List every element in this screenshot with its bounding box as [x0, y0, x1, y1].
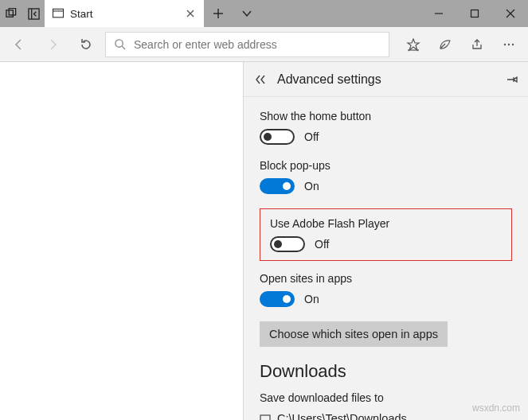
- pin-icon[interactable]: [506, 73, 518, 86]
- tab-preview-icon[interactable]: [0, 0, 22, 27]
- address-bar[interactable]: Search or enter web address: [105, 32, 389, 57]
- setting-block-popups: Block pop-ups On: [260, 159, 512, 194]
- tab-close-button[interactable]: [185, 8, 196, 19]
- window-close-button[interactable]: [492, 0, 528, 27]
- folder-icon: [260, 413, 271, 420]
- window-titlebar: Start: [0, 0, 528, 27]
- choose-sites-button[interactable]: Choose which sites open in apps: [260, 321, 448, 347]
- back-button[interactable]: [5, 30, 33, 59]
- toggle-state: Off: [304, 130, 319, 143]
- setting-home-button: Show the home button Off: [260, 110, 512, 145]
- set-aside-tabs-icon[interactable]: [22, 0, 45, 27]
- toggle-state: On: [304, 293, 319, 305]
- home-button-toggle[interactable]: [260, 129, 295, 145]
- forward-button[interactable]: [38, 30, 67, 59]
- downloads-heading: Downloads: [260, 361, 512, 382]
- settings-pane: Advanced settings Show the home button O…: [243, 62, 528, 420]
- svg-marker-16: [408, 39, 419, 50]
- toggle-state: Off: [315, 238, 329, 251]
- svg-rect-1: [9, 8, 15, 14]
- setting-label: Open sites in apps: [260, 272, 512, 285]
- notes-button[interactable]: [431, 30, 460, 59]
- toggle-state: On: [304, 180, 319, 192]
- window-maximize-button[interactable]: [456, 0, 492, 27]
- svg-point-20: [504, 43, 506, 45]
- edge-favicon-icon: [53, 8, 64, 19]
- browser-toolbar: Search or enter web address: [0, 27, 528, 62]
- svg-rect-4: [53, 9, 63, 18]
- window-minimize-button[interactable]: [420, 0, 456, 27]
- svg-line-15: [122, 46, 125, 49]
- popups-toggle[interactable]: [260, 178, 295, 194]
- new-tab-button[interactable]: [204, 0, 233, 27]
- tab-title: Start: [70, 8, 178, 20]
- svg-point-14: [115, 40, 123, 47]
- tab-chevron-icon[interactable]: [233, 0, 261, 27]
- more-button[interactable]: [495, 30, 523, 59]
- settings-pane-header: Advanced settings: [244, 62, 528, 97]
- setting-label: Show the home button: [260, 110, 512, 122]
- svg-rect-23: [260, 415, 270, 420]
- setting-label: Block pop-ups: [260, 159, 512, 172]
- setting-open-in-apps: Open sites in apps On: [260, 272, 512, 307]
- search-icon: [114, 38, 126, 50]
- share-button[interactable]: [463, 30, 491, 59]
- refresh-button[interactable]: [72, 30, 100, 59]
- favorites-button[interactable]: [399, 30, 428, 59]
- watermark: wsxdn.com: [472, 402, 520, 414]
- svg-point-21: [508, 43, 510, 45]
- setting-label: Use Adobe Flash Player: [270, 217, 502, 230]
- address-placeholder: Search or enter web address: [134, 38, 277, 51]
- settings-pane-body: Show the home button Off Block pop-ups O…: [244, 97, 528, 420]
- download-path: C:\Users\Test\Downloads: [277, 412, 407, 420]
- browser-tab[interactable]: Start: [45, 0, 204, 27]
- pane-title: Advanced settings: [277, 72, 496, 87]
- svg-rect-0: [6, 10, 12, 16]
- svg-rect-11: [471, 10, 478, 18]
- back-chevrons-icon[interactable]: [253, 72, 268, 87]
- page-content: Advanced settings Show the home button O…: [0, 62, 528, 420]
- svg-point-22: [512, 43, 514, 45]
- open-in-apps-toggle[interactable]: [260, 291, 295, 307]
- flash-toggle[interactable]: [270, 236, 305, 252]
- flash-highlight-box: Use Adobe Flash Player Off: [260, 208, 512, 261]
